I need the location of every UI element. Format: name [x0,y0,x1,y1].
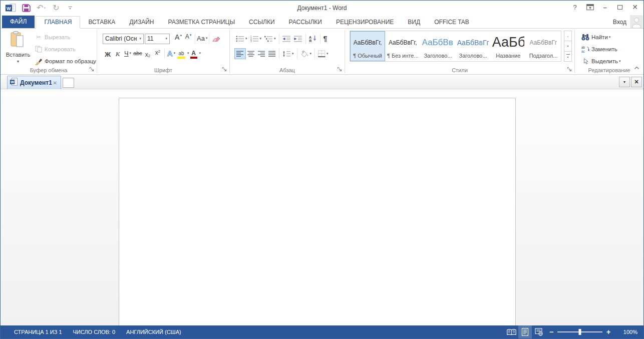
align-left-button[interactable] [234,48,246,59]
tab-home[interactable]: ГЛАВНАЯ [36,16,80,29]
word-logo-icon[interactable]: W [4,2,19,14]
find-button[interactable]: Найти ▾ [580,31,621,43]
zoom-slider-handle[interactable] [579,329,581,335]
superscript-button[interactable]: x 2 [153,48,163,59]
paste-dropdown-icon[interactable]: ▾ [17,59,19,64]
minimize-button[interactable]: – [597,1,612,14]
italic-button[interactable]: К [113,48,123,59]
tab-mailings[interactable]: РАССЫЛКИ [283,16,328,28]
highlight-button[interactable]: ab ▾ [176,48,189,59]
style-heading1[interactable]: АаБбВвГг Заголово... [420,31,455,61]
tab-insert[interactable]: ВСТАВКА [82,16,121,28]
shrink-font-button[interactable]: A ▾ [183,33,193,44]
underline-button[interactable]: Ч ▾ [123,48,133,59]
styles-dialog-launcher[interactable] [567,67,572,72]
font-family-dropdown-icon[interactable]: ▾ [137,37,143,41]
borders-button[interactable]: ▾ [316,48,330,59]
new-document-tab-button[interactable] [63,78,74,88]
ribbon-display-options-button[interactable] [582,1,597,14]
decrease-indent-button[interactable] [281,33,292,44]
undo-button[interactable]: ↶ ▾ [34,2,49,14]
format-painter-button[interactable]: Формат по образцу [34,55,96,67]
replace-button[interactable]: ab ac Заменить [580,43,621,55]
style-subtitle[interactable]: АаБбВвГг Подзагол... [526,31,561,61]
customize-qat-button[interactable]: ▾ [64,2,77,14]
find-dropdown-icon[interactable]: ▾ [609,35,611,39]
zoom-in-button[interactable]: + [602,328,614,336]
language-indicator[interactable]: АНГЛИЙСКИЙ (США) [126,329,181,335]
tab-office-tab[interactable]: OFFICE TAB [428,16,475,28]
bullets-dropdown-icon[interactable]: ▾ [245,37,247,41]
underline-dropdown-icon[interactable]: ▾ [130,51,132,55]
font-size-combobox[interactable]: 11 ▾ [145,34,170,44]
tab-bar-close-button[interactable]: ✕ [631,77,642,87]
tab-view[interactable]: ВИД [402,16,426,28]
text-effects-dropdown-icon[interactable]: ▾ [174,51,176,55]
style-normal[interactable]: АаБбВвГг, ¶ Обычный [350,31,385,61]
borders-dropdown-icon[interactable]: ▾ [327,52,329,56]
paste-button[interactable]: Вставить ▾ [4,31,33,71]
font-dialog-launcher[interactable] [222,67,227,72]
word-count[interactable]: ЧИСЛО СЛОВ: 0 [73,329,116,335]
close-button[interactable]: ✕ [627,1,642,14]
help-button[interactable]: ? [567,1,582,14]
font-size-dropdown-icon[interactable]: ▾ [163,37,169,41]
read-mode-button[interactable] [505,325,518,338]
save-button[interactable] [19,2,34,14]
style-heading2[interactable]: АаБбВвГг Заголово... [456,31,491,61]
bullets-button[interactable]: ▾ [234,33,249,44]
numbering-button[interactable]: 1 2 3 ▾ [249,33,263,44]
styles-scroll-up-button[interactable]: ▴ [564,31,572,41]
copy-button[interactable]: Копировать [34,43,96,55]
collapse-ribbon-button[interactable] [634,63,639,72]
user-avatar[interactable] [630,15,643,28]
tab-references[interactable]: ССЫЛКИ [243,16,280,28]
align-center-button[interactable] [246,48,256,59]
page-indicator[interactable]: СТРАНИЦА 1 ИЗ 1 [14,329,62,335]
styles-scroll-down-button[interactable]: ▾ [564,41,572,51]
document-tab-close-icon[interactable]: ✕ [53,80,57,86]
document-tab-active[interactable]: W Документ1 ✕ [7,76,61,89]
tab-design[interactable]: ДИЗАЙН [123,16,160,28]
text-effects-button[interactable]: А ▾ [166,48,176,59]
zoom-out-button[interactable]: − [545,328,557,336]
style-title[interactable]: АаБбВвГг Название [491,31,526,61]
paragraph-dialog-launcher[interactable] [337,67,343,72]
line-spacing-button[interactable]: ▾ [281,48,295,59]
clear-formatting-button[interactable] [211,33,221,44]
sort-button[interactable]: А Я [307,33,318,44]
style-no-spacing[interactable]: АаБбВвГг, ¶ Без инте... [385,31,420,61]
select-button[interactable]: Выделить ▾ [580,55,621,67]
align-right-button[interactable] [256,48,267,59]
grow-font-button[interactable]: A ▴ [173,33,183,44]
zoom-slider[interactable] [557,331,602,332]
subscript-button[interactable]: x 2 [143,48,153,59]
font-color-dropdown-icon[interactable]: ▾ [199,51,201,55]
strikethrough-button[interactable]: abc [133,48,143,59]
cut-button[interactable]: ✂ Вырезать [34,31,96,43]
tab-review[interactable]: РЕЦЕНЗИРОВАНИЕ [330,16,400,28]
show-paragraph-marks-button[interactable]: ¶ [322,33,329,44]
line-spacing-dropdown-icon[interactable]: ▾ [292,52,294,56]
select-dropdown-icon[interactable]: ▾ [619,59,621,63]
redo-button[interactable]: ↻ [49,2,64,14]
multilevel-dropdown-icon[interactable]: ▾ [274,37,276,41]
change-case-button[interactable]: Aa ▾ [197,33,207,44]
numbering-dropdown-icon[interactable]: ▾ [260,37,262,41]
print-layout-button[interactable] [518,325,532,338]
bold-button[interactable]: Ж [103,48,113,59]
font-color-button[interactable]: А ▾ [189,48,201,59]
undo-dropdown-icon[interactable]: ▾ [44,6,46,10]
web-layout-button[interactable] [532,325,545,338]
clipboard-dialog-launcher[interactable] [89,67,95,72]
tab-page-layout[interactable]: РАЗМЕТКА СТРАНИЦЫ [162,16,241,28]
zoom-level[interactable]: 100% [614,329,637,335]
font-family-combobox[interactable]: Calibri (Осн ▾ [103,34,144,44]
tab-list-dropdown-button[interactable]: ▾ [619,77,630,87]
document-page[interactable] [119,98,516,325]
shading-dropdown-icon[interactable]: ▾ [310,52,312,56]
sign-in-link[interactable]: Вход [613,19,626,26]
justify-button[interactable] [267,48,277,59]
maximize-button[interactable] [612,1,627,14]
multilevel-list-button[interactable]: ▾ [263,33,277,44]
